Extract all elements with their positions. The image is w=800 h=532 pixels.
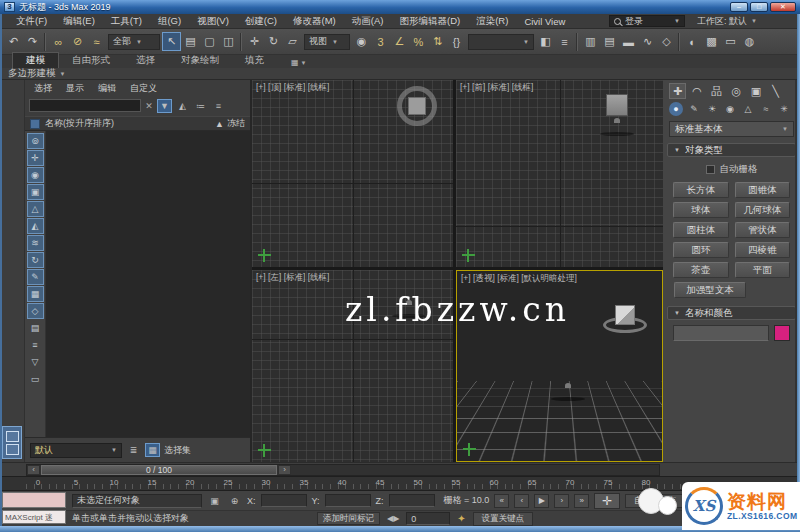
select-object-icon[interactable]: ↖: [162, 32, 181, 51]
spinner-snap-icon[interactable]: ⇅: [428, 32, 447, 51]
viewport-top-label[interactable]: [+] [顶] [标准] [线框]: [256, 82, 329, 94]
scene-object-list[interactable]: [46, 131, 250, 437]
filter-containers-icon[interactable]: ◇: [27, 303, 44, 319]
set-options-icon[interactable]: ≣: [126, 443, 141, 457]
absolute-mode-icon[interactable]: ⊕: [227, 496, 242, 506]
plane-button[interactable]: 平面: [735, 262, 791, 278]
menu-group[interactable]: 组(G): [150, 15, 189, 28]
menu-tools[interactable]: 工具(T): [103, 15, 150, 28]
explorer-menu-customize[interactable]: 自定义: [123, 82, 164, 95]
sign-in-button[interactable]: 登录 ▼: [609, 15, 685, 27]
torus-button[interactable]: 圆环: [673, 242, 729, 258]
pyramid-button[interactable]: 四棱锥: [735, 242, 791, 258]
frame-nudge-icon[interactable]: ◀▶: [387, 514, 399, 523]
teapot-button[interactable]: 茶壶: [673, 262, 729, 278]
select-and-link-icon[interactable]: ∞: [49, 32, 68, 51]
filter-materials-icon[interactable]: ▤: [27, 320, 44, 336]
viewport-layout-tabs-button[interactable]: [2, 426, 22, 459]
utilities-tab-icon[interactable]: ╲: [767, 83, 784, 99]
time-slider-track[interactable]: ‹ 0 / 100 ›: [26, 464, 660, 476]
geosphere-button[interactable]: 几何球体: [735, 202, 791, 218]
go-to-start-button[interactable]: «: [494, 494, 509, 508]
explorer-menu-select[interactable]: 选择: [27, 82, 59, 95]
menu-civil-view[interactable]: Civil View: [516, 16, 573, 27]
filter-groups-icon[interactable]: ↻: [27, 252, 44, 268]
snap-toggle-icon[interactable]: 3: [371, 32, 390, 51]
previous-frame-button[interactable]: ‹: [27, 465, 40, 475]
unlink-selection-icon[interactable]: ⊘: [68, 32, 87, 51]
maxscript-mini-listener[interactable]: MAXScript 迷: [2, 510, 66, 524]
tab-freeform[interactable]: 自由形式: [59, 53, 123, 68]
select-and-scale-icon[interactable]: ▱: [283, 32, 302, 51]
go-to-end-button[interactable]: »: [574, 494, 589, 508]
modify-tab-icon[interactable]: ◠: [689, 83, 706, 99]
align-icon[interactable]: ≡: [555, 32, 574, 51]
viewcube-icon[interactable]: [397, 86, 437, 126]
filter-frozen-icon[interactable]: ▽: [27, 354, 44, 370]
sphere-button[interactable]: 球体: [673, 202, 729, 218]
reference-coordinate-dropdown[interactable]: 视图 ▼: [304, 34, 350, 50]
toggle-ribbon-icon[interactable]: ▬: [619, 32, 638, 51]
set-key-button[interactable]: 设置关键点: [473, 512, 533, 526]
ribbon-config-icon[interactable]: ▦ ▼: [291, 58, 307, 68]
box-button[interactable]: 长方体: [673, 182, 729, 198]
tab-object-paint[interactable]: 对象绘制: [168, 53, 232, 68]
hierarchy-tab-icon[interactable]: 品: [708, 83, 725, 99]
tab-modeling[interactable]: 建模: [12, 52, 59, 68]
menu-rendering[interactable]: 渲染(R): [468, 15, 516, 28]
filter-space-warps-icon[interactable]: ≋: [27, 235, 44, 251]
tab-populate[interactable]: 填充: [232, 53, 277, 68]
lock-icon[interactable]: ◭: [175, 99, 190, 113]
textplus-button[interactable]: 加强型文本: [674, 282, 746, 298]
minimize-button[interactable]: –: [730, 2, 748, 12]
edit-named-selection-sets-icon[interactable]: {}: [447, 32, 466, 51]
tube-button[interactable]: 管状体: [735, 222, 791, 238]
select-and-move-icon[interactable]: ✛: [245, 32, 264, 51]
filter-helpers-icon[interactable]: ◭: [27, 218, 44, 234]
explorer-menu-edit[interactable]: 编辑: [91, 82, 123, 95]
undo-icon[interactable]: ↶: [4, 32, 23, 51]
previous-key-button[interactable]: ‹: [514, 494, 529, 508]
viewport-top[interactable]: [+] [顶] [标准] [线框]: [252, 80, 453, 267]
filter-shapes-icon[interactable]: ◉: [27, 167, 44, 183]
menu-create[interactable]: 创建(C): [237, 15, 285, 28]
filter-bones-icon[interactable]: ▦: [27, 286, 44, 302]
set-edit-icon[interactable]: ▦: [145, 443, 160, 457]
autogrid-checkbox[interactable]: [706, 165, 715, 174]
selection-lock-icon[interactable]: ▣: [207, 496, 222, 506]
x-coordinate-field[interactable]: [261, 494, 307, 507]
menu-modifiers[interactable]: 修改器(M): [285, 15, 344, 28]
menu-views[interactable]: 视图(V): [189, 15, 237, 28]
angle-snap-icon[interactable]: ∠: [390, 32, 409, 51]
filter-cameras-icon[interactable]: △: [27, 201, 44, 217]
cylinder-button[interactable]: 圆柱体: [673, 222, 729, 238]
explorer-menu-display[interactable]: 显示: [59, 82, 91, 95]
filter-lights-icon[interactable]: ▣: [27, 184, 44, 200]
search-filter-icon[interactable]: ▼: [157, 99, 172, 113]
play-button[interactable]: ▶: [534, 494, 549, 508]
sort-ascending-icon[interactable]: ▲: [215, 119, 224, 129]
time-slider-handle[interactable]: 0 / 100: [41, 465, 277, 475]
selection-set-dropdown[interactable]: 默认 ▼: [30, 443, 122, 458]
clear-search-icon[interactable]: ✕: [144, 101, 154, 111]
named-selection-sets-dropdown[interactable]: ▼: [468, 34, 534, 50]
cone-button[interactable]: 圆锥体: [735, 182, 791, 198]
close-button[interactable]: ✕: [770, 2, 796, 12]
create-tab-icon[interactable]: ✚: [669, 83, 686, 99]
primitive-category-dropdown[interactable]: 标准基本体 ▼: [669, 121, 794, 137]
mirror-icon[interactable]: ◧: [536, 32, 555, 51]
search-input[interactable]: [29, 99, 141, 112]
maximize-button[interactable]: □: [750, 2, 768, 12]
viewport-left-label[interactable]: [+] [左] [标准] [线框]: [256, 272, 329, 284]
filter-layers-icon[interactable]: ≡: [27, 337, 44, 353]
key-filters-icon[interactable]: ✦: [457, 513, 465, 524]
select-and-rotate-icon[interactable]: ↻: [264, 32, 283, 51]
next-frame-button[interactable]: ›: [278, 465, 291, 475]
display-tab-icon[interactable]: ▣: [747, 83, 764, 99]
render-setup-icon[interactable]: ▩: [702, 32, 721, 51]
filter-geometry-icon[interactable]: ✛: [27, 150, 44, 166]
shapes-icon[interactable]: ✎: [687, 102, 701, 116]
percent-snap-icon[interactable]: %: [409, 32, 428, 51]
viewport-front-label[interactable]: [+] [前] [标准] [线框]: [460, 82, 533, 94]
toggle-layer-explorer-icon[interactable]: ▤: [600, 32, 619, 51]
